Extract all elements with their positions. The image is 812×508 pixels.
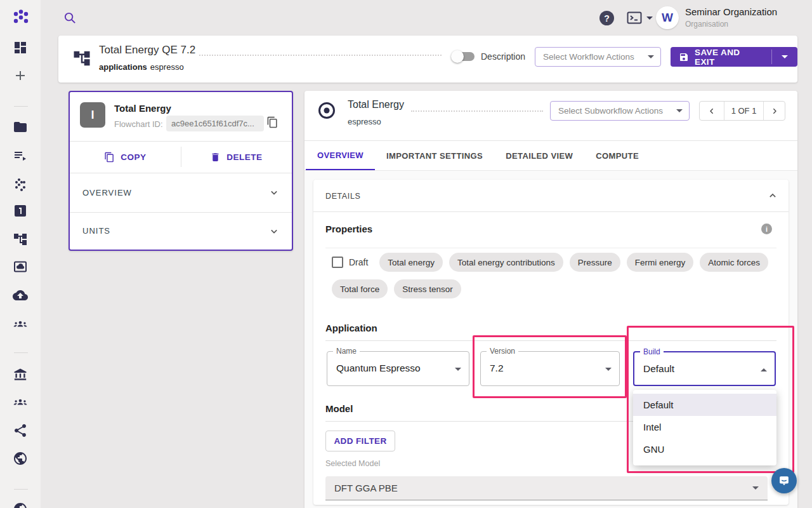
- flowchart-id-value[interactable]: ac9ee1c651f61cdf7c...: [166, 116, 264, 131]
- collapse-details-button[interactable]: [766, 189, 779, 202]
- save-icon: [679, 52, 689, 62]
- tab-compute[interactable]: COMPUTE: [584, 141, 650, 170]
- build-option-default[interactable]: Default: [633, 394, 776, 416]
- save-and-exit-main[interactable]: SAVE AND EXIT: [671, 47, 771, 67]
- description-toggle[interactable]: [453, 52, 475, 61]
- chevron-down-icon: [268, 225, 280, 237]
- search-icon[interactable]: [63, 11, 77, 25]
- org-type: Organisation: [685, 20, 728, 29]
- share-icon[interactable]: [13, 423, 28, 438]
- workflow-actions-placeholder: Select Workflow Actions: [543, 52, 634, 62]
- delete-button[interactable]: DELETE: [181, 141, 292, 173]
- cloud-upload-icon[interactable]: [13, 288, 28, 303]
- property-chip[interactable]: Stress tensor: [394, 279, 461, 298]
- property-chip[interactable]: Fermi energy: [627, 253, 694, 272]
- title-dotted-leader: [199, 55, 442, 56]
- add-filter-button[interactable]: ADD FILTER: [325, 431, 395, 451]
- draft-checkbox[interactable]: [332, 257, 343, 268]
- build-option-gnu[interactable]: GNU: [633, 438, 776, 460]
- globe-partial-icon[interactable]: [13, 502, 28, 508]
- selected-model-value: DFT GGA PBE: [334, 483, 398, 493]
- copy-id-icon[interactable]: [266, 116, 278, 128]
- team-icon[interactable]: [13, 316, 28, 331]
- target-icon: [317, 101, 336, 120]
- details-divider: [313, 211, 789, 212]
- unit-badge-letter: I: [91, 109, 94, 122]
- org-name[interactable]: Seminar Organization: [685, 6, 777, 17]
- subworkflow-dotted-leader: [411, 110, 543, 112]
- tab-label: COMPUTE: [596, 151, 639, 161]
- subworkflow-title: Total Energy: [348, 99, 404, 110]
- avatar-letter: W: [662, 11, 673, 25]
- chevron-down-icon: [268, 186, 280, 199]
- subworkflow-pagination: 1 OF 1: [699, 101, 785, 121]
- delete-button-label: DELETE: [226, 152, 262, 162]
- workflow-subtitle: applications espresso: [99, 62, 184, 72]
- workflows-tree-icon[interactable]: [13, 232, 28, 247]
- chevron-up-icon: [766, 189, 779, 202]
- entity-one-icon[interactable]: [13, 203, 28, 218]
- bank-icon[interactable]: [13, 367, 28, 382]
- chevron-down-icon: [455, 368, 461, 371]
- property-chip[interactable]: Pressure: [570, 253, 620, 272]
- mat3ra-logo-icon[interactable]: [11, 8, 30, 27]
- property-chip[interactable]: Total energy: [379, 253, 443, 272]
- help-glyph: ?: [604, 13, 610, 23]
- globe-icon[interactable]: [13, 451, 28, 466]
- unit-title: Total Energy: [114, 103, 171, 114]
- selected-model-label: Selected Model: [325, 459, 380, 468]
- add-icon[interactable]: [13, 68, 28, 83]
- trash-icon: [210, 152, 221, 163]
- chevron-down-icon: [782, 55, 788, 58]
- workflow-actions-select[interactable]: Select Workflow Actions: [535, 47, 661, 67]
- save-and-exit-button[interactable]: SAVE AND EXIT: [671, 47, 797, 67]
- build-option-intel[interactable]: Intel: [633, 416, 776, 438]
- tab-detailed-view[interactable]: DETAILED VIEW: [494, 141, 584, 170]
- tab-label: IMPORTANT SETTINGS: [386, 151, 483, 161]
- overview-accordion[interactable]: OVERVIEW: [70, 173, 292, 212]
- tab-overview[interactable]: OVERVIEW: [306, 141, 375, 170]
- copy-button[interactable]: COPY: [70, 141, 181, 173]
- info-icon[interactable]: i: [761, 224, 772, 234]
- info-glyph: i: [766, 225, 768, 233]
- tab-important-settings[interactable]: IMPORTANT SETTINGS: [375, 141, 494, 170]
- designer-cloud-icon[interactable]: [13, 259, 28, 274]
- help-icon[interactable]: ?: [599, 11, 614, 25]
- unit-card: I Total Energy Flowchart ID: ac9ee1c651f…: [69, 91, 293, 251]
- application-name-select[interactable]: Name Quantum Espresso: [327, 351, 469, 386]
- pagination-next-button[interactable]: [764, 102, 785, 120]
- application-build-select[interactable]: Build Default: [633, 351, 776, 386]
- sidebar-divider: [14, 352, 28, 353]
- terminal-icon[interactable]: [627, 11, 643, 25]
- application-section-title: Application: [325, 323, 377, 333]
- dashboard-icon[interactable]: [13, 40, 28, 55]
- folder-icon[interactable]: [13, 119, 28, 135]
- selected-model-select[interactable]: DFT GGA PBE: [325, 476, 768, 500]
- property-chips-row: Draft Total energy Total energy contribu…: [332, 253, 776, 298]
- workflow-title: Total Energy QE 7.2: [99, 44, 195, 57]
- tab-label: OVERVIEW: [317, 150, 363, 160]
- application-version-select[interactable]: Version 7.2: [480, 351, 620, 386]
- property-chip[interactable]: Total energy contributions: [449, 253, 563, 272]
- chevron-down-icon: [676, 109, 683, 112]
- terminal-caret-icon[interactable]: [646, 17, 653, 20]
- subworkflow-application: espresso: [348, 117, 381, 126]
- add-filter-label: ADD FILTER: [334, 436, 386, 446]
- subworkflow-actions-placeholder: Select Subworkflow Actions: [558, 106, 663, 116]
- materials-grain-icon[interactable]: [13, 176, 28, 191]
- units-accordion[interactable]: UNITS: [70, 212, 292, 250]
- workflow-tree-icon: [72, 49, 91, 68]
- jobs-list-icon[interactable]: [13, 148, 28, 163]
- save-dropdown-button[interactable]: [772, 47, 797, 67]
- property-chip[interactable]: Atomic forces: [700, 253, 768, 272]
- avatar[interactable]: W: [656, 6, 679, 29]
- subworkflow-actions-select[interactable]: Select Subworkflow Actions: [550, 101, 690, 121]
- workflow-application: espresso: [150, 62, 184, 72]
- property-chip[interactable]: Total force: [332, 279, 388, 298]
- pagination-prev-button[interactable]: [700, 102, 724, 120]
- chat-launcher[interactable]: [771, 468, 797, 493]
- workflow-category: applications: [99, 62, 147, 72]
- application-divider: [325, 340, 776, 341]
- units-accordion-label: UNITS: [82, 226, 110, 236]
- users-icon[interactable]: [13, 394, 28, 410]
